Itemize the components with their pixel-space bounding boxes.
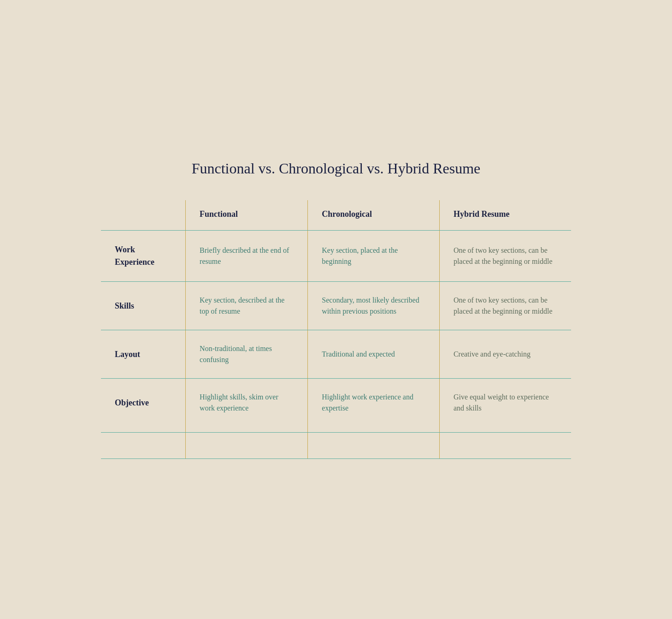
footer-cell-1 xyxy=(101,433,186,459)
cell-layout-chronological: Traditional and expected xyxy=(308,330,440,379)
table-row: Layout Non-traditional, at times confusi… xyxy=(101,330,571,379)
row-header-skills: Skills xyxy=(101,282,186,330)
comparison-table: Functional Chronological Hybrid Resume W… xyxy=(101,200,571,459)
col-header-hybrid: Hybrid Resume xyxy=(439,200,571,231)
row-header-layout: Layout xyxy=(101,330,186,379)
cell-work-experience-functional: Briefly described at the end of resume xyxy=(186,231,308,282)
cell-layout-hybrid: Creative and eye-catching xyxy=(439,330,571,379)
table-row: Work Experience Briefly described at the… xyxy=(101,231,571,282)
cell-objective-chronological: Highlight work experience and expertise xyxy=(308,379,440,433)
page-title: Functional vs. Chronological vs. Hybrid … xyxy=(101,160,571,177)
table-header-row: Functional Chronological Hybrid Resume xyxy=(101,200,571,231)
footer-cell-3 xyxy=(308,433,440,459)
cell-skills-chronological: Secondary, most likely described within … xyxy=(308,282,440,330)
page-container: Functional vs. Chronological vs. Hybrid … xyxy=(83,137,589,482)
row-header-objective: Objective xyxy=(101,379,186,433)
cell-objective-hybrid: Give equal weight to experience and skil… xyxy=(439,379,571,433)
cell-skills-hybrid: One of two key sections, can be placed a… xyxy=(439,282,571,330)
footer-cell-4 xyxy=(439,433,571,459)
col-header-chronological: Chronological xyxy=(308,200,440,231)
footer-cell-2 xyxy=(186,433,308,459)
cell-work-experience-chronological: Key section, placed at the beginning xyxy=(308,231,440,282)
cell-work-experience-hybrid: One of two key sections, can be placed a… xyxy=(439,231,571,282)
table-row: Objective Highlight skills, skim over wo… xyxy=(101,379,571,433)
cell-objective-functional: Highlight skills, skim over work experie… xyxy=(186,379,308,433)
col-header-functional: Functional xyxy=(186,200,308,231)
row-header-work-experience: Work Experience xyxy=(101,231,186,282)
col-header-empty xyxy=(101,200,186,231)
table-footer-row xyxy=(101,433,571,459)
table-row: Skills Key section, described at the top… xyxy=(101,282,571,330)
cell-skills-functional: Key section, described at the top of res… xyxy=(186,282,308,330)
cell-layout-functional: Non-traditional, at times confusing xyxy=(186,330,308,379)
